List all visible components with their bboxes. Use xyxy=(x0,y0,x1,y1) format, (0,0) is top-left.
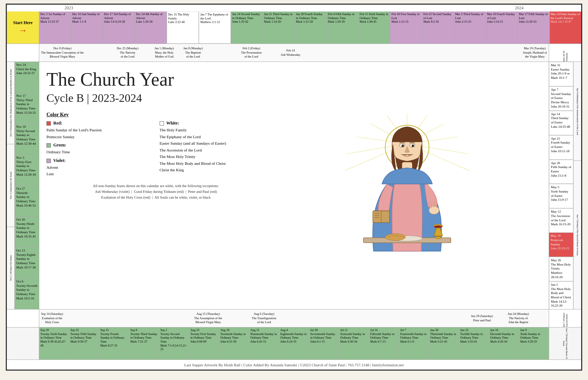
top-cell-jan7: Jan 7 The Epiphany of the Lord Matthew 2… xyxy=(199,12,231,44)
white-item-3: Easter Sunday (and all Sundays of Easter… xyxy=(160,140,266,146)
right-inner: Mar 31 Easter Sunday John 20:1-9 or Mark… xyxy=(549,62,581,309)
bottom-cell-aug4: Aug 4 Eighteenth Sunday in Ordinary Time… xyxy=(279,327,309,359)
main-content-area: The Church Year Cycle B | 2023-2024 Colo… xyxy=(39,62,549,309)
bottom-left-corner xyxy=(7,327,39,359)
side-nov1: Nov 1 (Friday) All Saints xyxy=(7,227,14,309)
top-cell-mar17: Mar 17 Fifth Sunday of Lent John 12:20-3… xyxy=(518,12,549,44)
right-column: Mar 28-30 Triduum Mar 31 Easter Sunday J… xyxy=(549,44,581,327)
violet-item-2: Lent xyxy=(46,171,152,177)
jesus-image-section xyxy=(269,65,545,306)
white-label: White: xyxy=(160,121,266,126)
right-cell-mar31: Mar 31 Easter Sunday John 20:1-9 or Mark… xyxy=(549,62,573,86)
right-cell-may19: May 19 Pentecost Sunday John 20:19-23 xyxy=(549,233,573,257)
top-cell-jan21: Jan 21 Third Sunday in Ordinary Time Mar… xyxy=(263,12,295,44)
notes-text: All non-Sunday feasts shown on this cale… xyxy=(46,183,265,200)
svg-point-31 xyxy=(385,234,405,240)
feast-peter-paul: Jun 29 (Saturday)Peter and Paul xyxy=(471,314,493,323)
start-cell: Start Here → xyxy=(7,12,39,44)
bottom-cell-aug25: Aug 25 Twenty-First Sunday in Ordinary T… xyxy=(189,327,219,359)
left-cell-oct13: Oct 13 Twenty-Eighth Sunday in Ordinary … xyxy=(15,248,39,279)
svg-point-16 xyxy=(401,144,404,147)
feast-baptism: Jan 8 (Monday)The Baptismof the Lord xyxy=(183,46,203,59)
side-nov9: Nov 9 (Saturday) The Dedication of the L… xyxy=(7,62,14,144)
left-feast-spacer xyxy=(7,44,39,62)
side-sacred-heart: Jun 7 (Friday) The Sacred Heart of Jesus xyxy=(574,161,581,309)
left-column: Nov 9 (Saturday) The Dedication of the L… xyxy=(7,44,39,327)
svg-point-30 xyxy=(434,225,442,228)
left-cell-nov3: Nov 3 Thirty-First Sunday in Ordinary Ti… xyxy=(15,155,39,186)
bottom-cell-jul28: Jul 28 Seventeenth Sunday in Ordinary Ti… xyxy=(309,327,339,359)
red-swatch xyxy=(46,121,51,126)
top-cell-dec17: Dec 17 3rd Sunday of Advent John 1:6-8,1… xyxy=(103,12,135,44)
side-annunciation: Apr 8 (Monday) The Annunciation of the L… xyxy=(574,62,581,161)
feast-assumption: Aug 15 (Thursday)The Assumption of theBl… xyxy=(194,312,222,325)
top-cell-jan28: Jan 28 Fourth Sunday in Ordinary Time Ma… xyxy=(295,12,326,44)
violet-item-1: Advent xyxy=(46,164,152,171)
main-container: 2023 2024 Start Here → Dec 3 1st Sunday … xyxy=(6,4,582,371)
side-nov2: Nov 2 (Saturday) All Souls xyxy=(7,144,14,227)
bottom-row: Sep 29 Twenty-Sixth Sunday in Ordinary T… xyxy=(7,327,581,359)
violet-swatch xyxy=(46,159,51,163)
side-labels-col: Nov 9 (Saturday) The Dedication of the L… xyxy=(7,62,15,309)
right-side-labels-col: Apr 8 (Monday) The Annunciation of the L… xyxy=(573,62,581,309)
top-feast-row: Dec 8 (Friday)The Immaculate Conception … xyxy=(39,44,549,62)
bottom-cell-jun16: Jun 16 Eleventh Sunday in Ordinary Time … xyxy=(489,327,519,359)
bottom-calendar-cells: Sep 29 Twenty-Sixth Sunday in Ordinary T… xyxy=(39,327,549,359)
green-item-1: Ordinary Time xyxy=(46,149,152,155)
bottom-cell-aug18: Aug 18 Twentieth Sunday in Ordinary Time… xyxy=(219,327,249,359)
color-key-section: Color Key Red: Palm Sunday of the Lord's… xyxy=(46,112,265,200)
bottom-cell-sep29: Sep 29 Twenty-Sixth Sunday in Ordinary T… xyxy=(39,327,69,359)
feast-joseph: Mar 19 (Tuesday)Joseph, Husband ofthe Vi… xyxy=(523,46,547,59)
sub-title: Cycle B | 2023-2024 xyxy=(46,91,265,105)
right-cell-apr7: Apr 7 Second Sunday of Easter, Divine Me… xyxy=(549,86,573,111)
bottom-right-corner: Jun 7 (Friday) Sacred Heart of Jesus xyxy=(549,327,581,359)
top-cell-dec3: Dec 3 1st Sunday of Advent Mark 13:33-37 xyxy=(39,12,71,44)
feast-transfiguration: Aug 6 (Tuesday)The Transfigurationof the… xyxy=(252,312,276,325)
year-right: 2024 xyxy=(515,5,524,11)
left-cell-oct27: Oct 27 Thirtieth Sunday in Ordinary Time… xyxy=(15,186,39,217)
svg-point-29 xyxy=(435,236,441,239)
feast-nativity: Dec 25 (Monday)The Nativityof the Lord xyxy=(117,46,138,59)
right-cell-apr14: Apr 14 Third Sunday of Easter Luke 24:35… xyxy=(549,111,573,135)
bottom-cell-jun9: Jun 9 Tenth Sunday in Ordinary Time Mark… xyxy=(519,327,549,359)
bottom-cell-sep22: Sep 22 Twenty-Fifth Sunday in Ordinary T… xyxy=(69,327,99,359)
bottom-cell-jul21: Jul 21 Sixteenth Sunday in Ordinary Time… xyxy=(339,327,369,359)
svg-point-17 xyxy=(411,144,414,147)
footer-text: Last Supper Artwork By Heidi Ball | Colo… xyxy=(184,363,404,367)
feast-john-baptist: Jun 24 (Monday)The Nativity ofJohn the B… xyxy=(508,312,529,325)
right-top-feast: Mar 28-30 Triduum xyxy=(549,44,581,62)
left-cell-nov10: Nov 10 Thirty-Second Sunday in Ordinary … xyxy=(15,124,39,155)
top-cell-feb4: Feb 4 Fifth Sunday in Ordinary Time Mark… xyxy=(327,12,358,44)
top-cell-dec24: Dec 24 4th Sunday of Advent Luke 1:26-38 xyxy=(135,12,166,44)
top-cell-mar3: Mar 3 Third Sunday of Lent John 2:13-25 xyxy=(454,12,486,44)
main-title: The Church Year xyxy=(46,69,265,90)
right-bottom-feast: Jun 7 (Friday) Sacred Heart xyxy=(549,309,581,327)
left-side-area: Nov 9 (Saturday) The Dedication of the L… xyxy=(7,62,39,309)
red-item-1: Palm Sunday of the Lord's Passion xyxy=(46,127,152,133)
year-left: 2023 xyxy=(64,5,73,11)
green-label: Green: xyxy=(46,142,152,148)
top-row: Start Here → Dec 3 1st Sunday of Advent … xyxy=(7,12,581,44)
white-item-7: Christ the King xyxy=(160,167,266,173)
color-key-right-col: White: The Holy Family The Epiphany of t… xyxy=(160,121,266,178)
center-content: Dec 8 (Friday)The Immaculate Conception … xyxy=(39,44,549,327)
left-cell-nov24: Nov 24 Christ the King John 18:33-37 xyxy=(15,62,39,93)
feast-presentation: Feb 2 (Friday)The Presentationof the Lor… xyxy=(241,46,262,59)
left-cell-oct6: Oct 6 Twenty-Seventh Sunday in Ordinary … xyxy=(15,279,39,309)
bottom-cell-jul14: Jul 14 Fifteenth Sunday in Ordinary Time… xyxy=(369,327,399,359)
footer: Last Supper Artwork By Heidi Ball | Colo… xyxy=(7,359,581,370)
left-cell-nov17: Nov 17 Thirty-Third Sunday in Ordinary T… xyxy=(15,93,39,124)
right-cells-col: Mar 31 Easter Sunday John 20:1-9 or Mark… xyxy=(549,62,573,309)
white-item-2: The Epiphany of the Lord xyxy=(160,134,266,140)
right-cell-jun2: Jun 2 The Most Holy Body and Blood of Ch… xyxy=(549,281,573,309)
right-cell-may26: May 26 The Most Holy Trinity Matthew 28:… xyxy=(549,257,573,281)
bottom-cell-jun23: Jun 23 Twelfth Sunday in Ordinary Time M… xyxy=(459,327,489,359)
start-label: Start Here xyxy=(13,20,32,26)
red-item-2: Pentecost Sunday xyxy=(46,134,152,140)
color-key-left-col: Red: Palm Sunday of the Lord's Passion P… xyxy=(46,121,152,178)
top-cell-feb18: Feb 18 First Sunday of Lent Mark 1:12-15 xyxy=(390,12,422,44)
white-item-6: The Most Holy Body and Blood of Christ xyxy=(160,160,266,167)
white-item-1: The Holy Family xyxy=(160,127,266,133)
left-cells-col: Nov 24 Christ the King John 18:33-37 Nov… xyxy=(15,62,39,309)
color-key-title: Color Key xyxy=(46,112,265,118)
